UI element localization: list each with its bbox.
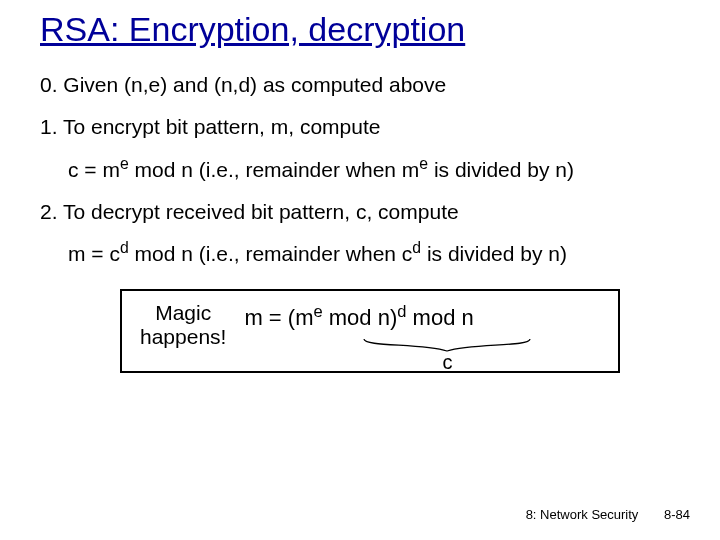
formula-part: m = c (68, 242, 120, 265)
formula-part: mod n (i.e., remainder when m (129, 158, 420, 181)
footer-chapter: 8: Network Security (526, 507, 639, 522)
step-0: 0. Given (n,e) and (n,d) as computed abo… (40, 71, 690, 99)
exponent-d: d (120, 239, 129, 256)
step-1-text: 1. To encrypt bit pattern, m, compute (40, 113, 690, 141)
footer-page-number: 8-84 (664, 507, 690, 522)
step-2-formula: m = cd mod n (i.e., remainder when cd is… (68, 240, 690, 268)
underbrace: c (362, 337, 532, 374)
formula-part: c = m (68, 158, 120, 181)
magic-label-line2: happens! (140, 325, 226, 349)
slide-footer: 8: Network Security 8-84 (526, 507, 690, 522)
step-2-text: 2. To decrypt received bit pattern, c, c… (40, 198, 690, 226)
magic-label-line1: Magic (140, 301, 226, 325)
underbrace-label: c (362, 351, 532, 374)
slide-title: RSA: Encryption, decryption (40, 10, 690, 49)
formula-part: is divided by n) (421, 242, 567, 265)
magic-equation: m = (me mod n)d mod n c (244, 301, 473, 331)
magic-label: Magic happens! (140, 301, 226, 349)
formula-part: m = (m (244, 305, 313, 330)
formula-part: mod n (i.e., remainder when c (129, 242, 413, 265)
magic-box: Magic happens! m = (me mod n)d mod n c (120, 289, 620, 373)
exponent-e: e (419, 155, 428, 172)
formula-part: mod n (406, 305, 473, 330)
exponent-d: d (412, 239, 421, 256)
exponent-e: e (120, 155, 129, 172)
exponent-e: e (313, 301, 322, 319)
step-1-formula: c = me mod n (i.e., remainder when me is… (68, 156, 690, 184)
formula-part: is divided by n) (428, 158, 574, 181)
formula-part: mod n) (323, 305, 398, 330)
